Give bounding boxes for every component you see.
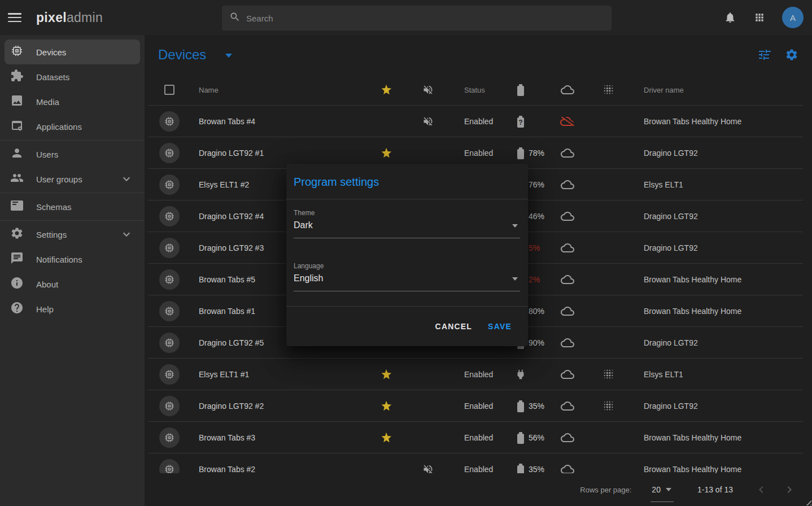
page-size-select[interactable]: 20	[651, 484, 674, 495]
device-name: Dragino LGT92 #4	[199, 200, 264, 232]
device-status: Enabled	[464, 390, 493, 422]
device-name: Browan Tabs #3	[199, 422, 255, 453]
cancel-button[interactable]: CANCEL	[435, 322, 473, 331]
device-name: Dragino LGT92 #3	[199, 232, 264, 264]
table-row[interactable]: Browan Tabs #4EnabledBrowan Tabs Healthy…	[145, 106, 812, 137]
device-name: Browan Tabs #1	[199, 295, 255, 327]
sidebar: DevicesDatasetsMediaApplicationsUsersUse…	[0, 35, 145, 506]
sidebar-item-about[interactable]: About	[5, 272, 140, 296]
battery-percent: 56%	[529, 422, 544, 453]
language-label: Language	[294, 262, 520, 270]
page-title-caret-icon[interactable]	[225, 54, 232, 58]
sidebar-item-user-groups[interactable]: User groups	[5, 167, 140, 191]
battery-percent: 78%	[529, 137, 544, 169]
table-row[interactable]: Browan Tabs #3Enabled56%Browan Tabs Heal…	[145, 422, 812, 453]
star-icon[interactable]	[379, 422, 393, 453]
language-value: English	[294, 273, 520, 283]
battery-icon	[517, 149, 524, 159]
info-icon	[10, 276, 24, 292]
previous-page-icon[interactable]	[754, 483, 768, 496]
sidebar-item-label: Devices	[36, 47, 66, 57]
gear-icon	[10, 226, 24, 242]
sidebar-item-notifications[interactable]: Notifications	[5, 247, 140, 272]
apps-grid-icon[interactable]	[753, 11, 766, 24]
chevron-down-icon	[512, 277, 518, 281]
table-header-row: Name Status Driver name	[145, 74, 812, 106]
sidebar-item-settings[interactable]: Settings	[5, 222, 140, 247]
cloud-icon	[560, 232, 575, 264]
help-icon	[10, 301, 24, 317]
sidebar-item-label: Users	[36, 150, 58, 159]
table-row[interactable]: Dragino LGT92 #2Enabled35%Dragino LGT92	[145, 390, 812, 422]
star-icon[interactable]	[379, 359, 393, 390]
driver-name: Dragino LGT92	[644, 137, 698, 169]
bell-icon[interactable]	[723, 11, 737, 24]
save-button[interactable]: SAVE	[488, 322, 512, 331]
battery-percent: 35%	[529, 390, 544, 422]
image-icon	[10, 94, 24, 110]
table-row[interactable]: Elsys ELT1 #1EnabledElsys ELT1	[145, 359, 812, 390]
device-name: Dragino LGT92 #2	[199, 390, 264, 422]
column-header-status[interactable]: Status	[464, 74, 485, 106]
group-icon	[10, 171, 24, 187]
sidebar-item-media[interactable]: Media	[5, 89, 140, 114]
select-all-checkbox[interactable]	[164, 85, 174, 95]
sidebar-item-schemas[interactable]: Schemas	[5, 194, 140, 219]
column-header-battery-icon[interactable]	[517, 86, 524, 96]
next-page-icon[interactable]	[783, 483, 796, 496]
pagination-range: 1-13 of 13	[697, 485, 733, 494]
table-row[interactable]: Browan Tabs #2Enabled35%Browan Tabs Heal…	[145, 453, 812, 473]
column-header-grain-icon[interactable]	[602, 74, 615, 106]
device-chip-icon	[159, 459, 180, 473]
tune-icon[interactable]	[757, 48, 771, 62]
device-status: Enabled	[464, 422, 493, 453]
sidebar-item-help[interactable]: Help	[5, 296, 140, 321]
avatar[interactable]: A	[782, 7, 804, 28]
cloud-icon	[560, 169, 575, 200]
column-header-driver[interactable]: Driver name	[644, 74, 684, 106]
battery-icon	[517, 434, 524, 444]
column-header-cloud-icon[interactable]	[560, 74, 575, 106]
sidebar-item-devices[interactable]: Devices	[5, 40, 140, 64]
star-icon[interactable]	[379, 390, 393, 422]
battery-percent: 46%	[529, 200, 544, 232]
device-chip-icon	[159, 396, 180, 416]
person-icon	[10, 146, 24, 162]
sidebar-item-users[interactable]: Users	[5, 142, 140, 167]
column-header-name[interactable]: Name	[199, 74, 219, 106]
power-plug-icon	[514, 359, 527, 390]
page-title[interactable]: Devices	[158, 47, 206, 63]
cloud-icon	[560, 200, 575, 232]
dialog-divider	[286, 199, 528, 199]
column-header-volume-off-icon[interactable]	[421, 74, 435, 106]
gear-icon[interactable]	[785, 48, 798, 62]
device-chip-icon	[159, 364, 180, 385]
schema-card-icon	[10, 199, 24, 215]
theme-field: Theme Dark	[294, 209, 520, 238]
chat-icon	[10, 251, 24, 267]
cloud-icon	[560, 264, 575, 295]
theme-select[interactable]: Dark	[294, 220, 520, 238]
chevron-down-icon	[120, 228, 133, 243]
language-select[interactable]: English	[294, 273, 520, 291]
driver-name: Browan Tabs Healthy Home	[644, 422, 741, 453]
device-name: Elsys ELT1 #2	[199, 169, 249, 200]
driver-name: Browan Tabs Healthy Home	[644, 106, 741, 137]
menu-icon[interactable]	[8, 13, 21, 22]
column-header-star-icon[interactable]	[379, 74, 393, 106]
device-status: Enabled	[464, 359, 493, 390]
cloud-icon	[560, 137, 575, 169]
extension-icon	[10, 69, 24, 85]
search-bar[interactable]	[222, 6, 612, 30]
grain-icon	[602, 390, 615, 422]
sidebar-item-label: Settings	[36, 230, 67, 239]
device-name: Elsys ELT1 #1	[199, 359, 249, 390]
volume-off-icon	[421, 106, 435, 137]
driver-name: Elsys ELT1	[644, 169, 683, 200]
device-name: Dragino LGT92 #5	[199, 327, 264, 359]
cloud-icon	[560, 453, 575, 473]
sidebar-item-datasets[interactable]: Datasets	[5, 64, 140, 89]
program-settings-dialog: Program settings Theme Dark Language Eng…	[286, 164, 528, 346]
sidebar-item-applications[interactable]: Applications	[5, 114, 140, 139]
search-input[interactable]	[246, 14, 585, 23]
